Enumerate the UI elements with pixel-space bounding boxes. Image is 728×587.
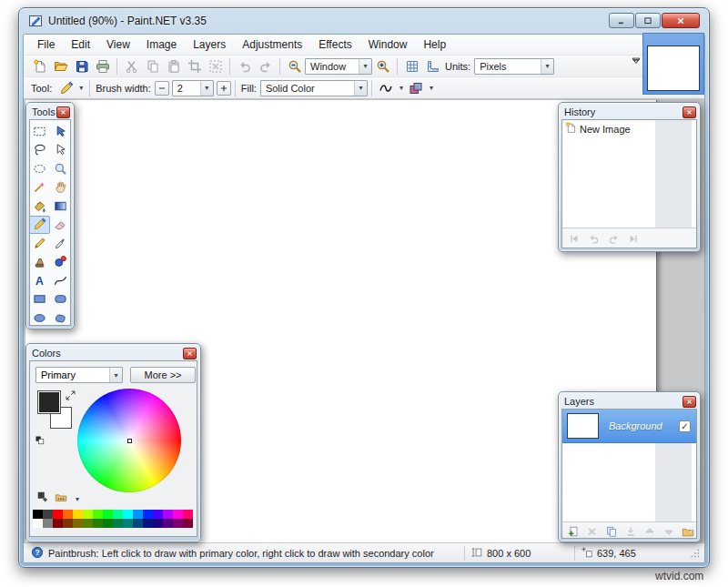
palette-swatch[interactable]	[183, 519, 193, 528]
chevron-down-icon[interactable]	[359, 59, 371, 74]
color-target-combobox[interactable]: Primary	[35, 367, 123, 383]
menu-adjustments[interactable]: Adjustments	[234, 35, 310, 54]
palette-swatch[interactable]	[83, 519, 93, 528]
antialiasing-button[interactable]	[376, 78, 397, 97]
zoom-in-button[interactable]	[372, 56, 393, 76]
palette-swatch[interactable]	[113, 510, 123, 519]
units-combobox[interactable]: Pixels	[474, 58, 554, 75]
close-button[interactable]	[662, 13, 700, 28]
tool-pan[interactable]	[50, 178, 71, 197]
reset-colors-icon[interactable]	[35, 433, 46, 444]
cut-button[interactable]	[121, 56, 142, 76]
chevron-down-icon[interactable]	[200, 81, 213, 96]
brush-width-decrease-button[interactable]	[155, 81, 169, 96]
print-button[interactable]	[92, 56, 113, 76]
tool-pencil[interactable]	[29, 234, 50, 253]
tool-zoom-tool[interactable]	[50, 159, 71, 178]
redo-history-button[interactable]	[606, 231, 621, 246]
merge-layer-down-button[interactable]	[622, 524, 638, 540]
chevron-down-icon[interactable]	[397, 84, 406, 92]
move-layer-down-button[interactable]	[662, 524, 677, 540]
crop-to-selection-button[interactable]	[184, 56, 205, 76]
minimize-button[interactable]	[609, 13, 634, 28]
palette-swatch[interactable]	[53, 510, 63, 519]
add-to-palette-icon[interactable]	[36, 491, 49, 507]
undo-button[interactable]	[234, 56, 255, 76]
tool-move-pixels[interactable]	[50, 122, 71, 141]
menu-edit[interactable]: Edit	[63, 35, 98, 54]
undo-history-button[interactable]	[586, 231, 601, 246]
tools-panel-titlebar[interactable]: Tools	[29, 105, 71, 119]
colors-panel-close-button[interactable]	[183, 348, 197, 359]
new-button[interactable]	[29, 56, 50, 76]
fast-forward-button[interactable]	[626, 231, 641, 246]
palette-swatch[interactable]	[153, 519, 163, 528]
tool-rectangle[interactable]	[29, 290, 50, 309]
palette-swatch[interactable]	[123, 510, 133, 519]
palette-swatch[interactable]	[33, 510, 43, 519]
tool-rounded-rect[interactable]	[50, 290, 71, 309]
palette-swatch[interactable]	[43, 510, 53, 519]
menu-view[interactable]: View	[98, 35, 138, 54]
palette-swatch[interactable]	[103, 510, 113, 519]
layer-row-background[interactable]: Background ✓	[562, 410, 696, 443]
tool-paintbrush[interactable]	[29, 216, 50, 235]
layer-visible-checkbox[interactable]: ✓	[679, 420, 691, 432]
tool-line-curve[interactable]	[50, 271, 71, 290]
grid-toggle-button[interactable]	[401, 56, 422, 76]
palette-swatch[interactable]	[83, 510, 93, 519]
palette-swatch[interactable]	[73, 519, 83, 528]
brush-width-combobox[interactable]: 2	[172, 80, 214, 96]
palette-swatch[interactable]	[63, 510, 73, 519]
fill-style-combobox[interactable]: Solid Color	[260, 80, 368, 96]
chevron-down-icon[interactable]	[427, 84, 436, 92]
tools-panel-close-button[interactable]	[56, 106, 70, 118]
history-panel-titlebar[interactable]: History	[561, 105, 697, 119]
tool-magic-wand[interactable]	[29, 178, 50, 197]
palette-swatch[interactable]	[133, 510, 143, 519]
palette-swatch[interactable]	[103, 519, 113, 528]
history-item[interactable]: New Image	[562, 120, 696, 137]
rewind-button[interactable]	[566, 231, 581, 246]
tool-recolor[interactable]	[50, 253, 71, 272]
swap-colors-icon[interactable]	[65, 389, 76, 400]
chevron-down-icon[interactable]	[109, 368, 122, 382]
chevron-down-icon[interactable]	[541, 59, 553, 74]
palette-swatch[interactable]	[133, 519, 143, 528]
palette-swatch[interactable]	[143, 510, 153, 519]
tool-move-selection[interactable]	[50, 141, 71, 160]
redo-button[interactable]	[255, 56, 276, 76]
blend-mode-button[interactable]	[406, 78, 427, 97]
menu-help[interactable]: Help	[415, 35, 454, 54]
chevron-down-icon[interactable]	[76, 84, 86, 92]
color-wheel[interactable]	[77, 389, 181, 492]
menu-file[interactable]: File	[29, 35, 63, 54]
palette-manager-icon[interactable]	[55, 491, 67, 507]
move-layer-up-button[interactable]	[642, 524, 658, 540]
palette-swatch[interactable]	[93, 519, 103, 528]
primary-color-swatch[interactable]	[37, 390, 61, 414]
palette-swatch[interactable]	[53, 519, 63, 528]
palette-swatch[interactable]	[73, 510, 83, 519]
chevron-down-icon[interactable]	[354, 81, 367, 96]
paste-button[interactable]	[163, 56, 184, 76]
menu-layers[interactable]: Layers	[185, 35, 234, 54]
resize-grip[interactable]	[688, 546, 701, 561]
palette-swatch[interactable]	[113, 519, 123, 528]
palette-swatch[interactable]	[153, 510, 163, 519]
image-list-dropdown-icon[interactable]	[630, 56, 644, 70]
palette-swatch[interactable]	[163, 519, 173, 528]
tool-eraser[interactable]	[50, 216, 71, 235]
palette-swatch[interactable]	[173, 519, 183, 528]
open-button[interactable]	[50, 56, 71, 76]
brush-width-increase-button[interactable]	[217, 81, 231, 96]
history-panel-close-button[interactable]	[682, 106, 696, 118]
tool-lasso[interactable]	[29, 141, 50, 160]
palette-swatch[interactable]	[173, 510, 183, 519]
palette-swatch[interactable]	[43, 519, 53, 528]
tool-clone-stamp[interactable]	[29, 253, 50, 272]
layers-panel-titlebar[interactable]: Layers	[561, 394, 697, 409]
duplicate-layer-button[interactable]	[603, 524, 619, 540]
tool-ellipse[interactable]	[29, 309, 50, 326]
palette-swatch[interactable]	[163, 510, 173, 519]
